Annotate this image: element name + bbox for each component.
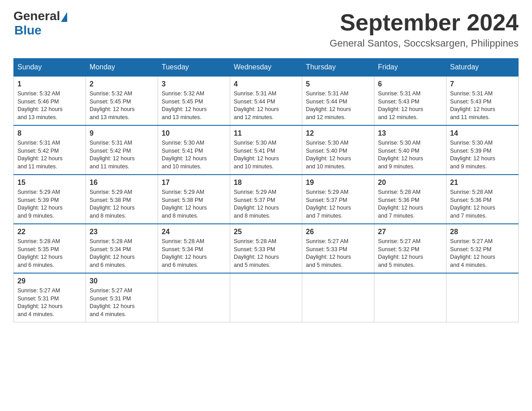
col-header-thursday: Thursday bbox=[302, 59, 374, 77]
calendar-cell: 13 Sunrise: 5:30 AMSunset: 5:40 PMDaylig… bbox=[374, 125, 446, 175]
day-info: Sunrise: 5:31 AMSunset: 5:42 PMDaylight:… bbox=[90, 139, 154, 171]
calendar-cell: 17 Sunrise: 5:29 AMSunset: 5:38 PMDaylig… bbox=[158, 175, 230, 224]
calendar-cell: 22 Sunrise: 5:28 AMSunset: 5:35 PMDaylig… bbox=[14, 224, 86, 273]
day-number: 19 bbox=[306, 179, 370, 187]
day-info: Sunrise: 5:28 AMSunset: 5:36 PMDaylight:… bbox=[378, 188, 442, 220]
day-info: Sunrise: 5:30 AMSunset: 5:40 PMDaylight:… bbox=[378, 139, 442, 171]
day-number: 5 bbox=[306, 80, 370, 88]
day-info: Sunrise: 5:31 AMSunset: 5:43 PMDaylight:… bbox=[378, 90, 442, 121]
day-info: Sunrise: 5:27 AMSunset: 5:31 PMDaylight:… bbox=[17, 287, 82, 318]
calendar-cell bbox=[374, 273, 446, 322]
calendar-cell bbox=[230, 273, 302, 322]
day-number: 4 bbox=[234, 80, 298, 88]
day-number: 1 bbox=[17, 80, 82, 88]
title-section: September 2024 General Santos, Soccsksar… bbox=[330, 9, 519, 49]
calendar-cell: 3 Sunrise: 5:32 AMSunset: 5:45 PMDayligh… bbox=[158, 76, 230, 125]
day-info: Sunrise: 5:31 AMSunset: 5:42 PMDaylight:… bbox=[17, 139, 82, 171]
day-info: Sunrise: 5:32 AMSunset: 5:46 PMDaylight:… bbox=[17, 90, 82, 121]
day-info: Sunrise: 5:29 AMSunset: 5:38 PMDaylight:… bbox=[162, 188, 226, 220]
day-number: 13 bbox=[378, 129, 442, 137]
day-number: 12 bbox=[306, 129, 370, 137]
day-number: 7 bbox=[450, 80, 515, 88]
calendar-cell: 18 Sunrise: 5:29 AMSunset: 5:37 PMDaylig… bbox=[230, 175, 302, 224]
day-number: 24 bbox=[162, 228, 226, 236]
day-info: Sunrise: 5:30 AMSunset: 5:40 PMDaylight:… bbox=[306, 139, 370, 171]
day-info: Sunrise: 5:30 AMSunset: 5:39 PMDaylight:… bbox=[450, 139, 515, 171]
calendar-cell: 28 Sunrise: 5:27 AMSunset: 5:32 PMDaylig… bbox=[446, 224, 519, 273]
calendar-cell: 9 Sunrise: 5:31 AMSunset: 5:42 PMDayligh… bbox=[86, 125, 158, 175]
calendar-cell: 20 Sunrise: 5:28 AMSunset: 5:36 PMDaylig… bbox=[374, 175, 446, 224]
calendar-cell: 10 Sunrise: 5:30 AMSunset: 5:41 PMDaylig… bbox=[158, 125, 230, 175]
day-number: 22 bbox=[17, 228, 82, 236]
calendar-header-row: Sunday Monday Tuesday Wednesday Thursday… bbox=[14, 59, 519, 77]
day-info: Sunrise: 5:29 AMSunset: 5:38 PMDaylight:… bbox=[90, 188, 154, 220]
calendar-cell: 5 Sunrise: 5:31 AMSunset: 5:44 PMDayligh… bbox=[302, 76, 374, 125]
calendar-cell: 19 Sunrise: 5:29 AMSunset: 5:37 PMDaylig… bbox=[302, 175, 374, 224]
week-row-5: 29 Sunrise: 5:27 AMSunset: 5:31 PMDaylig… bbox=[14, 273, 519, 322]
calendar-cell: 4 Sunrise: 5:31 AMSunset: 5:44 PMDayligh… bbox=[230, 76, 302, 125]
page-header: General Blue September 2024 General Sant… bbox=[13, 9, 519, 49]
day-number: 8 bbox=[17, 129, 82, 137]
day-info: Sunrise: 5:31 AMSunset: 5:43 PMDaylight:… bbox=[450, 90, 515, 121]
week-row-4: 22 Sunrise: 5:28 AMSunset: 5:35 PMDaylig… bbox=[14, 224, 519, 273]
day-number: 2 bbox=[90, 80, 154, 88]
calendar-cell: 30 Sunrise: 5:27 AMSunset: 5:31 PMDaylig… bbox=[86, 273, 158, 322]
day-number: 21 bbox=[450, 179, 515, 187]
day-info: Sunrise: 5:31 AMSunset: 5:44 PMDaylight:… bbox=[234, 90, 298, 121]
logo-general-text: General bbox=[13, 9, 60, 23]
calendar-cell: 2 Sunrise: 5:32 AMSunset: 5:45 PMDayligh… bbox=[86, 76, 158, 125]
calendar-cell: 25 Sunrise: 5:28 AMSunset: 5:33 PMDaylig… bbox=[230, 224, 302, 273]
day-number: 10 bbox=[162, 129, 226, 137]
day-info: Sunrise: 5:27 AMSunset: 5:32 PMDaylight:… bbox=[378, 238, 442, 269]
day-number: 14 bbox=[450, 129, 515, 137]
day-info: Sunrise: 5:30 AMSunset: 5:41 PMDaylight:… bbox=[162, 139, 226, 171]
day-number: 29 bbox=[17, 277, 82, 285]
day-info: Sunrise: 5:28 AMSunset: 5:33 PMDaylight:… bbox=[234, 238, 298, 269]
day-info: Sunrise: 5:28 AMSunset: 5:34 PMDaylight:… bbox=[90, 238, 154, 269]
day-number: 30 bbox=[90, 277, 154, 285]
day-info: Sunrise: 5:29 AMSunset: 5:39 PMDaylight:… bbox=[17, 188, 82, 220]
logo-triangle-icon bbox=[61, 12, 67, 22]
calendar-cell: 26 Sunrise: 5:27 AMSunset: 5:33 PMDaylig… bbox=[302, 224, 374, 273]
day-info: Sunrise: 5:27 AMSunset: 5:33 PMDaylight:… bbox=[306, 238, 370, 269]
day-number: 3 bbox=[162, 80, 226, 88]
col-header-wednesday: Wednesday bbox=[230, 59, 302, 77]
logo-blue-text: Blue bbox=[14, 23, 42, 38]
day-number: 11 bbox=[234, 129, 298, 137]
day-info: Sunrise: 5:28 AMSunset: 5:34 PMDaylight:… bbox=[162, 238, 226, 269]
calendar-cell: 29 Sunrise: 5:27 AMSunset: 5:31 PMDaylig… bbox=[14, 273, 86, 322]
day-info: Sunrise: 5:30 AMSunset: 5:41 PMDaylight:… bbox=[234, 139, 298, 171]
calendar-cell: 27 Sunrise: 5:27 AMSunset: 5:32 PMDaylig… bbox=[374, 224, 446, 273]
day-info: Sunrise: 5:32 AMSunset: 5:45 PMDaylight:… bbox=[90, 90, 154, 121]
calendar-cell: 12 Sunrise: 5:30 AMSunset: 5:40 PMDaylig… bbox=[302, 125, 374, 175]
day-info: Sunrise: 5:32 AMSunset: 5:45 PMDaylight:… bbox=[162, 90, 226, 121]
month-title: September 2024 bbox=[330, 9, 519, 36]
day-number: 28 bbox=[450, 228, 515, 236]
day-number: 17 bbox=[162, 179, 226, 187]
day-number: 25 bbox=[234, 228, 298, 236]
day-number: 15 bbox=[17, 179, 82, 187]
day-number: 9 bbox=[90, 129, 154, 137]
day-number: 18 bbox=[234, 179, 298, 187]
calendar-cell: 15 Sunrise: 5:29 AMSunset: 5:39 PMDaylig… bbox=[14, 175, 86, 224]
calendar-cell bbox=[158, 273, 230, 322]
calendar-cell bbox=[446, 273, 519, 322]
col-header-monday: Monday bbox=[86, 59, 158, 77]
calendar-cell: 16 Sunrise: 5:29 AMSunset: 5:38 PMDaylig… bbox=[86, 175, 158, 224]
day-info: Sunrise: 5:29 AMSunset: 5:37 PMDaylight:… bbox=[234, 188, 298, 220]
day-info: Sunrise: 5:31 AMSunset: 5:44 PMDaylight:… bbox=[306, 90, 370, 121]
day-number: 23 bbox=[90, 228, 154, 236]
day-number: 16 bbox=[90, 179, 154, 187]
calendar-cell: 7 Sunrise: 5:31 AMSunset: 5:43 PMDayligh… bbox=[446, 76, 519, 125]
day-number: 6 bbox=[378, 80, 442, 88]
calendar-cell: 6 Sunrise: 5:31 AMSunset: 5:43 PMDayligh… bbox=[374, 76, 446, 125]
col-header-tuesday: Tuesday bbox=[158, 59, 230, 77]
col-header-friday: Friday bbox=[374, 59, 446, 77]
col-header-sunday: Sunday bbox=[14, 59, 86, 77]
day-info: Sunrise: 5:28 AMSunset: 5:36 PMDaylight:… bbox=[450, 188, 515, 220]
week-row-1: 1 Sunrise: 5:32 AMSunset: 5:46 PMDayligh… bbox=[14, 76, 519, 125]
calendar-cell: 14 Sunrise: 5:30 AMSunset: 5:39 PMDaylig… bbox=[446, 125, 519, 175]
week-row-3: 15 Sunrise: 5:29 AMSunset: 5:39 PMDaylig… bbox=[14, 175, 519, 224]
calendar-cell bbox=[302, 273, 374, 322]
day-info: Sunrise: 5:27 AMSunset: 5:32 PMDaylight:… bbox=[450, 238, 515, 269]
